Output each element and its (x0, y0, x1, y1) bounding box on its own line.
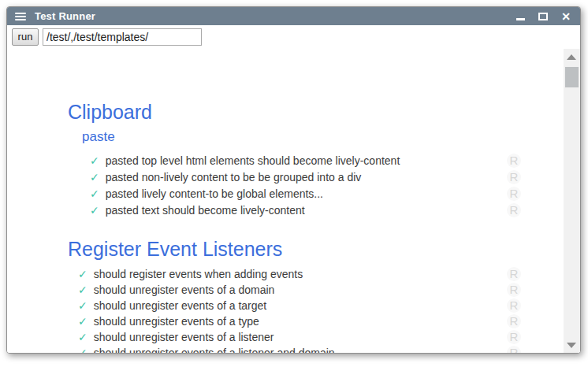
test-item: ✓pasted non-lively content to be be grou… (90, 169, 564, 185)
test-label[interactable]: pasted text should become lively-content (106, 204, 305, 217)
test-label[interactable]: should unregister events of a target (94, 299, 266, 312)
check-icon: ✓ (78, 331, 87, 343)
check-icon: ✓ (78, 315, 87, 328)
test-list: ✓pasted top level html elements should b… (90, 152, 564, 218)
check-icon: ✓ (90, 154, 99, 167)
window-controls: ✕ (516, 10, 571, 23)
rerun-button[interactable]: R (507, 283, 521, 297)
test-item: ✓pasted top level html elements should b… (90, 152, 564, 169)
section-heading[interactable]: Clipboard (68, 101, 564, 124)
test-item: ✓should unregister events of a targetR (78, 298, 564, 313)
scrollbar-thumb[interactable] (565, 67, 579, 87)
section-heading[interactable]: Register Event Listeners (68, 238, 564, 261)
minimize-button[interactable] (516, 10, 525, 23)
test-item: ✓pasted text should become lively-conten… (90, 202, 564, 218)
run-button[interactable]: run (12, 28, 39, 46)
test-label[interactable]: pasted lively content-to be global eleme… (106, 187, 323, 200)
check-icon: ✓ (78, 284, 87, 296)
maximize-icon (538, 13, 548, 20)
rerun-button[interactable]: R (507, 346, 521, 353)
test-item: ✓should unregister events of a listener … (78, 345, 564, 353)
rerun-button[interactable]: R (507, 298, 521, 313)
minimize-icon (516, 18, 525, 20)
check-icon: ✓ (78, 347, 87, 353)
test-label[interactable]: pasted top level html elements should be… (106, 154, 400, 167)
test-section: Clipboardpaste✓pasted top level html ele… (68, 101, 564, 218)
close-icon: ✕ (561, 11, 571, 22)
rerun-button[interactable]: R (507, 267, 521, 281)
subsection-heading[interactable]: paste (82, 129, 564, 145)
rerun-button[interactable]: R (507, 203, 521, 217)
test-label[interactable]: should unregister events of a domain (94, 284, 275, 296)
check-icon: ✓ (78, 299, 87, 312)
test-path-input[interactable] (43, 28, 202, 46)
scroll-down-button[interactable] (564, 339, 580, 351)
test-item: ✓pasted lively content-to be global elem… (90, 185, 564, 202)
test-label[interactable]: should unregister events of a type (94, 315, 259, 328)
hamburger-bar (15, 19, 26, 20)
test-section: Register Event Listeners✓should register… (68, 238, 564, 353)
test-label[interactable]: pasted non-lively content to be be group… (106, 171, 362, 184)
check-icon: ✓ (90, 187, 99, 200)
hamburger-bar (15, 13, 26, 14)
rerun-button[interactable]: R (507, 170, 521, 184)
title-bar: Test Runner ✕ (7, 7, 580, 25)
rerun-button[interactable]: R (507, 314, 521, 328)
content-area: Clipboardpaste✓pasted top level html ele… (7, 49, 580, 353)
test-list: ✓should register events when adding even… (78, 266, 564, 353)
test-runner-window: Test Runner ✕ run Clipboardpaste✓pasted … (6, 6, 581, 354)
test-label[interactable]: should unregister events of a listener a… (94, 347, 335, 353)
maximize-button[interactable] (538, 10, 548, 23)
rerun-button[interactable]: R (507, 330, 521, 344)
check-icon: ✓ (90, 171, 99, 184)
rerun-button[interactable]: R (507, 154, 521, 168)
close-button[interactable]: ✕ (561, 10, 571, 23)
scroll-up-button[interactable] (564, 50, 580, 63)
hamburger-bar (15, 16, 26, 17)
test-item: ✓should unregister events of a typeR (78, 313, 564, 329)
test-label[interactable]: should register events when adding event… (94, 268, 303, 280)
hamburger-menu-icon[interactable] (15, 11, 26, 22)
scrollbar-track[interactable] (564, 49, 580, 353)
test-item: ✓should unregister events of a listenerR (78, 329, 564, 345)
rerun-button[interactable]: R (507, 187, 521, 201)
test-label[interactable]: should unregister events of a listener (94, 331, 274, 343)
check-icon: ✓ (90, 204, 99, 217)
check-icon: ✓ (78, 268, 87, 280)
test-item: ✓should register events when adding even… (78, 266, 564, 282)
arrow-down-icon (567, 343, 576, 348)
toolbar: run (7, 25, 580, 49)
window-title: Test Runner (35, 10, 516, 22)
arrow-up-icon (567, 54, 576, 60)
test-item: ✓should unregister events of a domainR (78, 282, 564, 298)
test-results: Clipboardpaste✓pasted top level html ele… (7, 49, 564, 353)
